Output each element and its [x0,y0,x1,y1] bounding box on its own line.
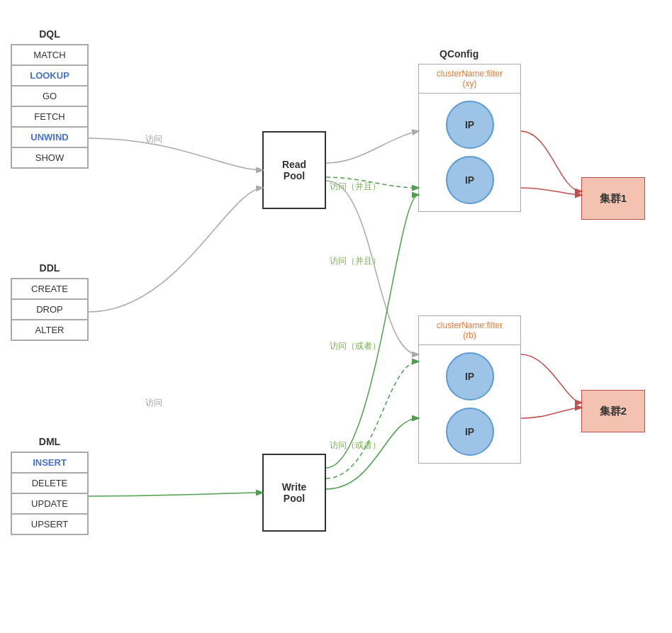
cluster-box-xy: clusterName:filter(xy) IP IP [418,64,521,212]
dml-upsert: UPSERT [11,514,88,534]
label-visit-and2: 访问（并且） [330,255,381,267]
dml-update: UPDATE [11,493,88,514]
cluster-result-2: 集群2 [581,390,645,432]
ip-circle-xy-1: IP [446,101,494,149]
cluster-xy-header: clusterName:filter(xy) [419,65,520,94]
label-visit-or2: 访问（或者） [330,439,381,452]
read-pool: ReadPool [262,131,326,209]
ddl-box: CREATE DROP ALTER [11,278,89,341]
label-visit1: 访问 [145,133,162,145]
ip-circle-rb-1: IP [446,352,494,400]
dql-fetch: FETCH [11,106,88,127]
ip-circle-rb-2: IP [446,408,494,456]
ip-circle-xy-2: IP [446,156,494,204]
ddl-drop: DROP [11,299,88,320]
dml-delete: DELETE [11,473,88,493]
dql-title: DQL [11,28,89,40]
dql-section: DQL MATCH LOOKUP GO FETCH UNWIND SHOW [11,28,89,169]
cluster-rb-header: clusterName:filter(rb) [419,316,520,345]
cluster-result-1: 集群1 [581,177,645,220]
ddl-create: CREATE [11,279,88,299]
dml-title: DML [11,436,89,447]
dql-lookup: LOOKUP [11,65,88,86]
arrows-svg [0,0,672,633]
diagram-container: DQL MATCH LOOKUP GO FETCH UNWIND SHOW DD… [0,0,672,633]
dql-show: SHOW [11,147,88,168]
dql-go: GO [11,86,88,106]
ddl-alter: ALTER [11,320,88,340]
ddl-title: DDL [11,262,89,274]
cluster-rb-body: IP IP [419,345,520,463]
dql-box: MATCH LOOKUP GO FETCH UNWIND SHOW [11,44,89,169]
dql-match: MATCH [11,45,88,65]
dml-box: INSERT DELETE UPDATE UPSERT [11,452,89,535]
label-visit-and1: 访问（并且） [330,181,381,193]
cluster-xy-body: IP IP [419,94,520,211]
dml-section: DML INSERT DELETE UPDATE UPSERT [11,436,89,535]
dql-unwind: UNWIND [11,127,88,147]
label-visit-or1: 访问（或者） [330,340,381,352]
write-pool: WritePool [262,454,326,532]
qconfig-title: QConfig [439,48,478,60]
ddl-section: DDL CREATE DROP ALTER [11,262,89,341]
label-visit2: 访问 [145,397,162,409]
dml-insert: INSERT [11,452,88,473]
cluster-box-rb: clusterName:filter(rb) IP IP [418,315,521,464]
